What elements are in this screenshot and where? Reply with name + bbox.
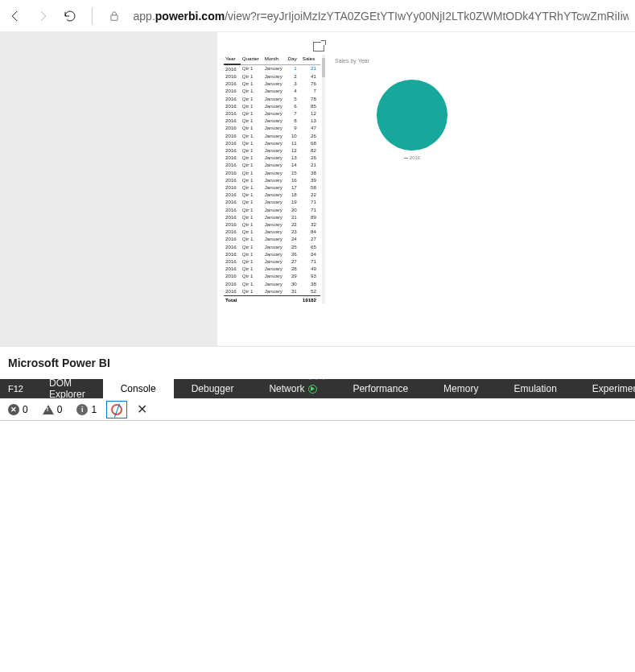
url-domain: powerbi.com [155, 10, 225, 23]
devtools-tabstrip: · · · F12 DOM Explorer Console Debugger … [0, 379, 635, 398]
col-quarter[interactable]: Quarter [241, 55, 263, 64]
table-row[interactable]: 2016Qtr 1January2427 [224, 236, 320, 243]
close-icon: ✕ [137, 402, 147, 417]
table-row[interactable]: 2016Qtr 1January2849 [224, 266, 320, 273]
error-icon: ✕ [8, 404, 19, 415]
network-record-icon [308, 385, 317, 394]
tab-debugger[interactable]: Debugger [174, 379, 252, 398]
table-row[interactable]: 2016Qtr 1January2189 [224, 213, 320, 221]
separator [92, 7, 93, 25]
table-row[interactable]: 2016Qtr 1January1168 [224, 139, 320, 146]
table-row[interactable]: 2016Qtr 1January578 [224, 95, 320, 102]
url-path: /view?r=eyJrIjoiMzIzYTA0ZGEtYTIwYy00NjI2… [225, 10, 629, 23]
tab-emulation[interactable]: Emulation [496, 379, 574, 398]
table-row[interactable]: 2016Qtr 1January121 [224, 64, 320, 72]
table-row[interactable]: 2016Qtr 1January1421 [224, 162, 320, 169]
devtools-toolbar: ✕ 0 0 i 1 ✕ [0, 398, 635, 421]
table-row[interactable]: 2016Qtr 1January1326 [224, 155, 320, 162]
table-row[interactable]: 2016Qtr 1January1822 [224, 192, 320, 199]
app-title: Microsoft Power BI [0, 346, 635, 379]
clear-on-navigate-button[interactable] [106, 401, 127, 418]
refresh-button[interactable] [61, 6, 79, 26]
table-row[interactable]: 2016Qtr 1January1639 [224, 176, 320, 183]
info-count[interactable]: i 1 [72, 402, 101, 417]
table-row[interactable]: 2016Qtr 1January685 [224, 102, 320, 109]
address-bar[interactable]: app.powerbi.com/view?r=eyJrIjoiMzIzYTA0Z… [134, 10, 629, 23]
pie-chart [377, 80, 447, 150]
report-area: Year Quarter Month Day Sales 2016Qtr 1Ja… [0, 32, 635, 346]
svg-rect-0 [111, 14, 118, 19]
table-row[interactable]: 2016Qtr 1January3152 [224, 287, 320, 295]
tab-dom-explorer[interactable]: DOM Explorer [31, 379, 103, 398]
lock-icon [105, 6, 123, 26]
table-row[interactable]: 2016Qtr 1January47 [224, 88, 320, 95]
table-row[interactable]: 2016Qtr 1January2993 [224, 273, 320, 280]
table-row[interactable]: 2016Qtr 1January2771 [224, 258, 320, 265]
back-button[interactable] [6, 6, 24, 26]
tab-performance[interactable]: Performance [335, 379, 426, 398]
pie-visual[interactable]: Sales by Year 2016 [332, 55, 493, 303]
table-row[interactable]: 2016Qtr 1January947 [224, 125, 320, 132]
pie-label: 2016 [335, 155, 489, 160]
clear-button[interactable]: ✕ [132, 400, 152, 418]
table-scrollbar[interactable] [322, 55, 325, 303]
total-label: Total [224, 295, 301, 303]
col-year[interactable]: Year [224, 55, 241, 64]
table-row[interactable]: 2016Qtr 1January813 [224, 117, 320, 125]
total-value: 19182 [301, 295, 320, 303]
f12-label: F12 [0, 384, 31, 394]
table-row[interactable]: 2016Qtr 1January3038 [224, 280, 320, 287]
table-row[interactable]: 2016Qtr 1January241 [224, 72, 320, 80]
table-row[interactable]: 2016Qtr 1January712 [224, 109, 320, 117]
table-row[interactable]: 2016Qtr 1January1538 [224, 169, 320, 176]
col-day[interactable]: Day [287, 55, 301, 64]
forward-button[interactable] [34, 6, 52, 26]
sales-table: Year Quarter Month Day Sales 2016Qtr 1Ja… [224, 55, 320, 303]
target-icon [111, 404, 122, 415]
table-row[interactable]: 2016Qtr 1January1282 [224, 146, 320, 154]
table-row[interactable]: 2016Qtr 1January2624 [224, 250, 320, 258]
report-gutter [0, 32, 217, 346]
warning-count[interactable]: 0 [38, 402, 68, 417]
table-row[interactable]: 2016Qtr 1January2384 [224, 229, 320, 236]
table-row[interactable]: 2016Qtr 1January2071 [224, 206, 320, 213]
table-visual[interactable]: Year Quarter Month Day Sales 2016Qtr 1Ja… [224, 55, 325, 303]
pie-title: Sales by Year [335, 58, 489, 64]
table-row[interactable]: 2016Qtr 1January2232 [224, 221, 320, 228]
tab-console[interactable]: Console [103, 379, 174, 398]
table-row[interactable]: 2016Qtr 1January1971 [224, 199, 320, 206]
table-row[interactable]: 2016Qtr 1January376 [224, 80, 320, 88]
table-row[interactable]: 2016Qtr 1January1026 [224, 132, 320, 139]
report-canvas: Year Quarter Month Day Sales 2016Qtr 1Ja… [217, 32, 635, 346]
col-sales[interactable]: Sales [301, 55, 320, 64]
drag-handle-icon[interactable]: · · · [309, 376, 326, 383]
error-count[interactable]: ✕ 0 [3, 402, 33, 417]
tab-experiments[interactable]: Experiments [575, 379, 635, 398]
table-row[interactable]: 2016Qtr 1January1758 [224, 183, 320, 191]
url-prefix: app. [134, 10, 155, 23]
col-month[interactable]: Month [263, 55, 287, 64]
info-icon: i [76, 404, 88, 415]
browser-toolbar: app.powerbi.com/view?r=eyJrIjoiMzIzYTA0Z… [0, 0, 635, 32]
tab-memory[interactable]: Memory [426, 379, 496, 398]
warning-icon [43, 405, 54, 414]
focus-mode-icon[interactable] [313, 42, 324, 52]
table-row[interactable]: 2016Qtr 1January2565 [224, 243, 320, 250]
